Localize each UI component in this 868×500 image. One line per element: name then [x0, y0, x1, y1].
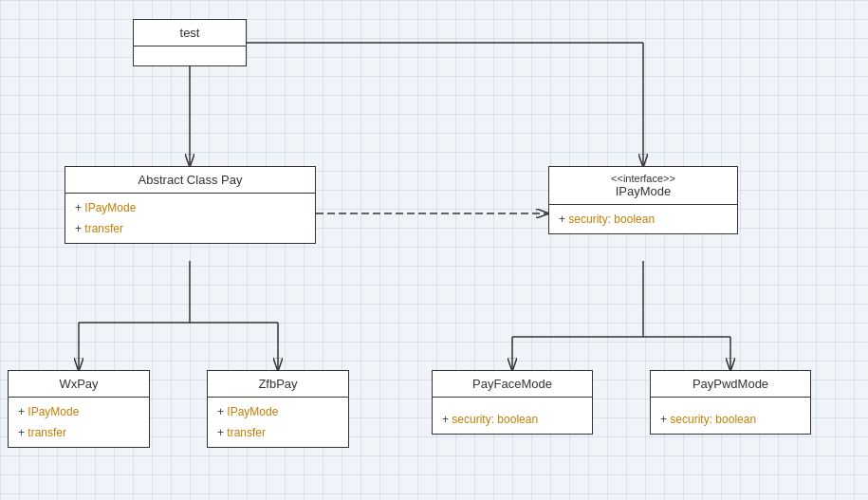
- pay-member-2: + transfer: [73, 218, 307, 239]
- wxpay-member-2: + transfer: [16, 422, 141, 443]
- wxpay-class-body: + IPayMode + transfer: [9, 398, 149, 447]
- ipaymode-member-1: + security: boolean: [557, 209, 729, 230]
- wxpay-member-1: + IPayMode: [16, 401, 141, 422]
- pay-class-body: + IPayMode + transfer: [65, 194, 315, 243]
- zfbpay-class-body: + IPayMode + transfer: [208, 398, 348, 447]
- pay-member-1: + IPayMode: [73, 197, 307, 218]
- ipaymode-class-body: + security: boolean: [549, 205, 737, 233]
- paypwdmode-class-header: PayPwdMode: [651, 371, 810, 398]
- paypwdmode-class-box: PayPwdMode + security: boolean: [650, 370, 811, 435]
- paypwdmode-class-name: PayPwdMode: [693, 377, 768, 391]
- payfacemode-class-name: PayFaceMode: [472, 377, 552, 391]
- zfbpay-class-box: ZfbPay + IPayMode + transfer: [207, 370, 349, 448]
- wxpay-class-header: WxPay: [9, 371, 149, 398]
- ipaymode-class-header: <<interface>> IPayMode: [549, 167, 737, 205]
- zfbpay-member-2: + transfer: [215, 422, 341, 443]
- pay-class-header: Abstract Class Pay: [65, 167, 315, 194]
- payfacemode-class-header: PayFaceMode: [433, 371, 592, 398]
- zfbpay-class-name: ZfbPay: [258, 377, 297, 391]
- test-class-name: test: [180, 26, 200, 40]
- ipaymode-stereotype: <<interface>>: [557, 173, 729, 184]
- pay-class-box: Abstract Class Pay + IPayMode + transfer: [65, 166, 316, 244]
- ipaymode-class-box: <<interface>> IPayMode + security: boole…: [548, 166, 738, 234]
- test-class-box: test: [133, 19, 247, 66]
- paypwdmode-class-body: + security: boolean: [651, 398, 810, 434]
- ipaymode-class-name: IPayMode: [616, 184, 672, 198]
- zfbpay-class-header: ZfbPay: [208, 371, 348, 398]
- payfacemode-class-box: PayFaceMode + security: boolean: [432, 370, 593, 435]
- test-class-header: test: [134, 20, 246, 46]
- pay-class-name: Abstract Class Pay: [139, 173, 243, 187]
- payfacemode-member-1: + security: boolean: [440, 409, 584, 430]
- wxpay-class-name: WxPay: [59, 377, 98, 391]
- paypwdmode-member-1: + security: boolean: [658, 409, 803, 430]
- zfbpay-member-1: + IPayMode: [215, 401, 341, 422]
- wxpay-class-box: WxPay + IPayMode + transfer: [8, 370, 150, 448]
- payfacemode-class-body: + security: boolean: [433, 398, 592, 434]
- uml-diagram: test Abstract Class Pay + IPayMode + tra…: [0, 0, 868, 500]
